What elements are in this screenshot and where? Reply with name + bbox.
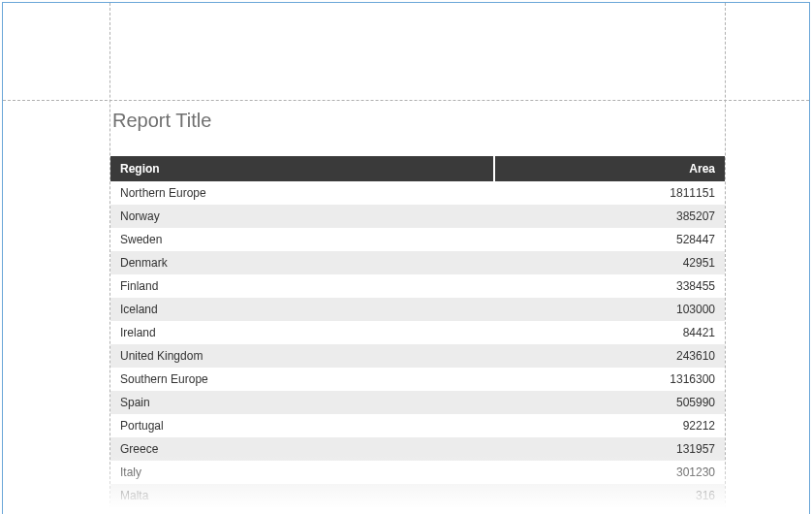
table-row[interactable]: Denmark42951 <box>110 251 725 274</box>
table-row[interactable]: Italy301230 <box>110 461 725 484</box>
table-row[interactable]: Iceland103000 <box>110 298 725 321</box>
cell-region: Malta <box>110 484 494 507</box>
cell-region: Norway <box>110 205 494 228</box>
cell-region: Ireland <box>110 321 494 344</box>
table-row[interactable]: Spain505990 <box>110 391 725 414</box>
cell-region: Denmark <box>110 251 494 274</box>
cell-region: Northern Europe <box>110 181 494 205</box>
column-header-region[interactable]: Region <box>110 156 494 181</box>
table-row[interactable]: Ireland84421 <box>110 321 725 344</box>
table-row[interactable]: Sweden528447 <box>110 228 725 251</box>
table-row[interactable]: Southern Europe1316300 <box>110 368 725 391</box>
cell-area: 505990 <box>494 391 725 414</box>
cell-area: 528447 <box>494 228 725 251</box>
margin-guide-top <box>3 100 809 101</box>
cell-area: 84421 <box>494 321 725 344</box>
cell-region: Portugal <box>110 414 494 437</box>
cell-area: 243610 <box>494 344 725 368</box>
cell-region: Italy <box>110 461 494 484</box>
data-table[interactable]: Region Area Northern Europe1811151 Norwa… <box>110 156 725 507</box>
table-row[interactable]: Greece131957 <box>110 437 725 461</box>
table-row[interactable]: Portugal92212 <box>110 414 725 437</box>
table-row[interactable]: United Kingdom243610 <box>110 344 725 368</box>
cell-region: Southern Europe <box>110 368 494 391</box>
cell-region: Spain <box>110 391 494 414</box>
cell-region: Finland <box>110 274 494 298</box>
cell-region: Greece <box>110 437 494 461</box>
report-title[interactable]: Report Title <box>110 110 725 132</box>
cell-area: 103000 <box>494 298 725 321</box>
cell-area: 42951 <box>494 251 725 274</box>
table-header-row: Region Area <box>110 156 725 181</box>
cell-region: Sweden <box>110 228 494 251</box>
page-area: Report Title Region Area Northern Europe… <box>3 3 809 513</box>
table-row[interactable]: Finland338455 <box>110 274 725 298</box>
cell-region: United Kingdom <box>110 344 494 368</box>
column-header-area[interactable]: Area <box>494 156 725 181</box>
cell-area: 385207 <box>494 205 725 228</box>
table-row[interactable]: Norway385207 <box>110 205 725 228</box>
cell-area: 338455 <box>494 274 725 298</box>
table-row[interactable]: Northern Europe1811151 <box>110 181 725 205</box>
cell-region: Iceland <box>110 298 494 321</box>
cell-area: 316 <box>494 484 725 507</box>
cell-area: 131957 <box>494 437 725 461</box>
margin-guide-right <box>725 3 726 513</box>
cell-area: 301230 <box>494 461 725 484</box>
design-canvas: Report Title Region Area Northern Europe… <box>2 2 810 514</box>
table-body: Northern Europe1811151 Norway385207 Swed… <box>110 181 725 507</box>
report-body: Report Title Region Area Northern Europe… <box>110 110 725 507</box>
table-row[interactable]: Malta316 <box>110 484 725 507</box>
cell-area: 92212 <box>494 414 725 437</box>
cell-area: 1811151 <box>494 181 725 205</box>
cell-area: 1316300 <box>494 368 725 391</box>
